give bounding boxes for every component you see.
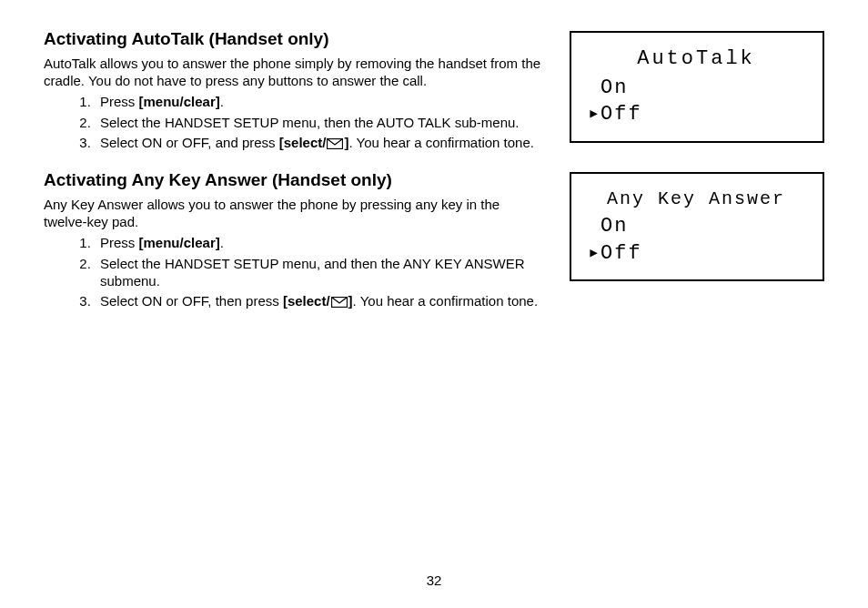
step-1: Press [menu/clear].: [95, 93, 544, 110]
lcd-option-on: On: [584, 213, 808, 240]
envelope-icon: [327, 138, 343, 149]
lcd-anykey: Any Key Answer On Off: [570, 172, 824, 281]
step-1: Press [menu/clear].: [95, 234, 544, 251]
steps-autotalk: Press [menu/clear]. Select the HANDSET S…: [44, 93, 544, 151]
step-text: .: [220, 94, 224, 109]
step-text: .: [220, 235, 224, 250]
section-anykey-text: Activating Any Key Answer (Handset only)…: [44, 170, 544, 312]
step-text: . You hear a confirma­tion tone.: [353, 293, 538, 309]
heading-autotalk: Activating AutoTalk (Handset only): [44, 29, 544, 49]
intro-autotalk: AutoTalk allows you to answer the phone …: [44, 55, 544, 89]
step-text: . You hear a confirma­tion tone.: [348, 135, 533, 150]
heading-anykey: Activating Any Key Answer (Handset only): [44, 170, 544, 190]
step-text: Select ON or OFF, then press: [100, 293, 283, 309]
section-autotalk-text: Activating AutoTalk (Handset only) AutoT…: [44, 29, 544, 154]
step-text: Press: [100, 235, 139, 250]
lcd-option-off-selected: Off: [584, 240, 808, 268]
menu-clear-button-label: [menu/clear]: [139, 94, 220, 109]
section-autotalk: Activating AutoTalk (Handset only) AutoT…: [44, 29, 824, 154]
section-anykey: Activating Any Key Answer (Handset only)…: [44, 170, 824, 312]
envelope-icon: [331, 297, 348, 308]
lcd-title: AutoTalk: [584, 46, 808, 73]
step-2: Select the HANDSET SETUP menu, and then …: [95, 255, 544, 289]
lcd-autotalk: AutoTalk On Off: [570, 31, 824, 143]
select-button-label: [select/]: [283, 293, 353, 309]
intro-anykey: Any Key Answer allows you to answer the …: [44, 196, 544, 230]
step-3: Select ON or OFF, and press [select/]. Y…: [95, 134, 544, 151]
step-text: Press: [100, 94, 139, 109]
menu-clear-button-label: [menu/clear]: [139, 235, 220, 250]
step-2: Select the HANDSET SETUP menu, then the …: [95, 114, 544, 131]
step-3: Select ON or OFF, then press [select/]. …: [95, 292, 544, 309]
lcd-option-off-selected: Off: [584, 101, 808, 128]
step-text: Select ON or OFF, and press: [100, 135, 279, 150]
steps-anykey: Press [menu/clear]. Select the HANDSET S…: [44, 234, 544, 309]
lcd-title: Any Key Answer: [584, 187, 808, 211]
select-button-label: [select/]: [279, 135, 349, 150]
lcd-option-on: On: [584, 75, 808, 102]
page-number: 32: [0, 573, 868, 588]
